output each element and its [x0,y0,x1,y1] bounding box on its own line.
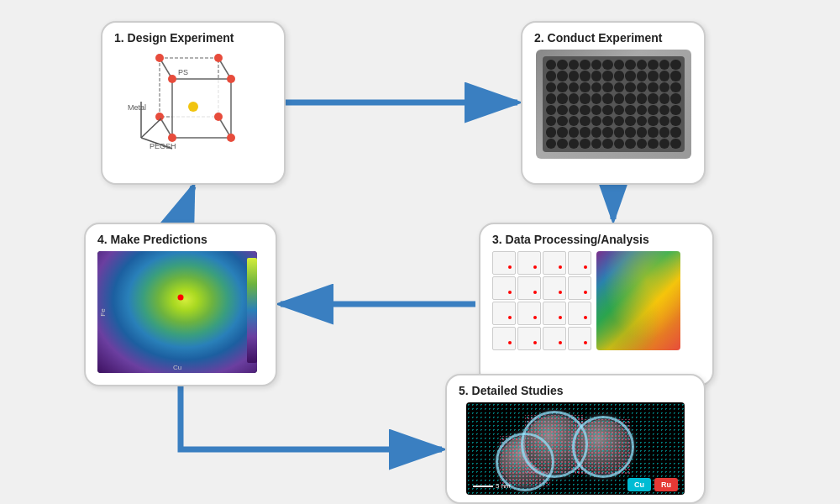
well [602,60,613,70]
well [659,105,670,115]
svg-point-18 [227,134,235,142]
well [591,82,602,92]
small-plot [492,251,516,275]
well [648,127,659,137]
well [569,93,580,103]
well [557,139,568,149]
well [546,93,557,103]
card2-title: 2. Conduct Experiment [534,31,692,45]
svg-text:PS: PS [178,68,188,76]
well [614,127,625,137]
well [569,116,580,126]
small-plot [517,276,541,300]
well [637,82,648,92]
well [546,60,557,70]
well-plate [536,50,691,159]
well [648,105,659,115]
well [580,139,591,149]
contour-plot: Cu Fe [97,251,257,373]
svg-point-17 [168,134,176,142]
diagram-container: 1. Design Experiment [17,13,823,491]
well [569,139,580,149]
small-plots-grid [492,251,591,350]
small-plot [543,327,566,350]
well [637,105,648,115]
scale-bar: 5 nm [473,482,511,490]
well [591,139,602,149]
well [637,116,648,126]
well [637,93,648,103]
small-plot [543,276,566,300]
axis-x-label: Cu [173,364,181,371]
well [569,127,580,137]
well-grid [546,60,681,149]
well [625,93,636,103]
well [614,105,625,115]
small-plot [568,251,591,275]
well [580,127,591,137]
nanoparticle-image: 5 nm Cu Ru [466,402,685,495]
well [614,82,625,92]
ru-legend: Ru [654,478,678,491]
well [591,93,602,103]
well [659,71,670,81]
well [591,71,602,81]
well [637,71,648,81]
well [580,82,591,92]
svg-point-16 [227,75,235,83]
well [614,60,625,70]
axis-y-label: Fe [99,308,107,316]
small-plot [543,302,566,325]
well [580,60,591,70]
card3-title: 3. Data Processing/Analysis [492,233,701,246]
well [637,60,648,70]
small-plot [492,276,516,300]
well [670,139,681,149]
card1-title: 1. Design Experiment [114,31,272,45]
card-conduct-experiment: 2. Conduct Experiment [521,21,706,185]
well [580,116,591,126]
well [625,71,636,81]
card-design-experiment: 1. Design Experiment [101,21,286,185]
well [569,82,580,92]
well [602,71,613,81]
well [569,105,580,115]
well [625,116,636,126]
well [546,71,557,81]
well [557,127,568,137]
well [648,82,659,92]
small-plot [492,302,516,325]
well [659,82,670,92]
well [580,71,591,81]
well [591,60,602,70]
well [569,71,580,81]
well [670,93,681,103]
small-plot [492,327,516,350]
svg-point-12 [214,54,223,62]
svg-rect-6 [172,79,231,138]
well [614,71,625,81]
well [614,93,625,103]
well [659,139,670,149]
heatmap [596,251,680,350]
small-plot [517,302,541,325]
svg-point-15 [168,75,176,83]
well [659,93,670,103]
small-plot [568,302,591,325]
well [637,139,648,149]
well [546,139,557,149]
well [602,82,613,92]
small-plot [517,251,541,275]
well [659,60,670,70]
well [648,71,659,81]
well [614,139,625,149]
well [670,71,681,81]
svg-line-25 [141,118,161,138]
well [557,60,568,70]
well [546,116,557,126]
well [557,105,568,115]
well [580,93,591,103]
card-data-processing: 3. Data Processing/Analysis [479,223,714,386]
well [659,116,670,126]
cube-visualization: Metal PEGSH PS [126,50,260,159]
